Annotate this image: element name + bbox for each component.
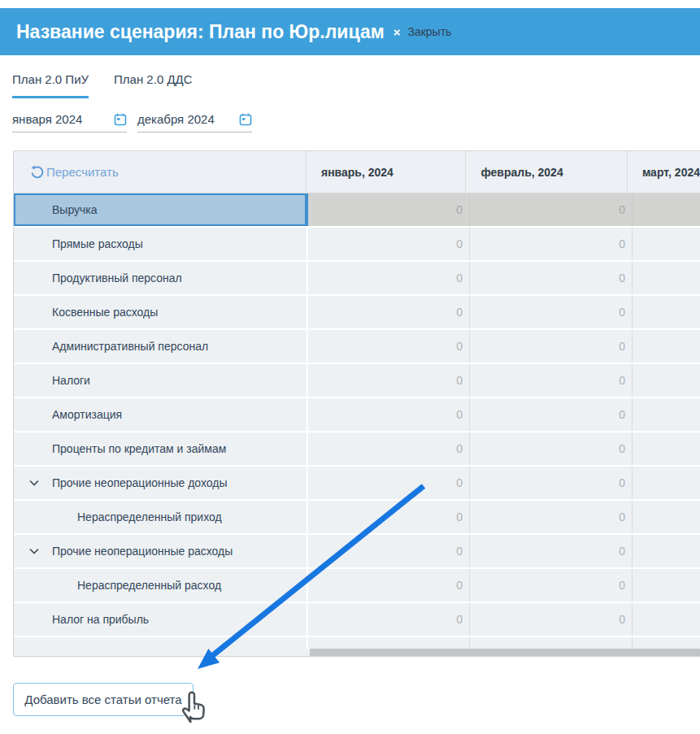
cell-value[interactable]: 0 bbox=[308, 535, 470, 567]
table-row[interactable]: Налог на прибыль 0 0 bbox=[14, 603, 700, 637]
cell-value[interactable]: 0 bbox=[470, 569, 633, 602]
cell-value[interactable] bbox=[633, 193, 700, 226]
row-label[interactable]: Прочие неоперационные доходы bbox=[14, 467, 308, 499]
close-button[interactable]: Закрыть bbox=[407, 25, 451, 38]
cell-value[interactable]: 0 bbox=[308, 364, 470, 397]
cell-value[interactable] bbox=[633, 262, 700, 294]
cell-value[interactable]: 0 bbox=[308, 330, 470, 363]
cell-value[interactable]: 0 bbox=[308, 193, 470, 226]
cell-value[interactable]: 0 bbox=[470, 398, 633, 431]
cell-value[interactable] bbox=[633, 432, 700, 465]
table-row[interactable]: Прочие неоперационные доходы 0 0 bbox=[14, 467, 700, 501]
calendar-icon[interactable] bbox=[114, 113, 127, 126]
horizontal-scrollbar bbox=[14, 649, 700, 656]
scenario-header: Название сценария: План по Юр.лицам × За… bbox=[0, 8, 700, 55]
report-tabs: План 2.0 ПиУ План 2.0 ДДС bbox=[12, 72, 193, 98]
calendar-icon[interactable] bbox=[239, 113, 252, 126]
table-row[interactable]: Налоги 0 0 bbox=[14, 364, 700, 398]
cell-value[interactable]: 0 bbox=[470, 535, 633, 567]
cell-value[interactable]: 0 bbox=[308, 296, 470, 328]
row-label[interactable]: Прочие неоперационные расходы bbox=[14, 535, 308, 567]
table-row[interactable]: Прочие неоперационные расходы 0 0 bbox=[14, 535, 700, 569]
table-row[interactable]: Продуктивный персонал 0 0 bbox=[14, 262, 700, 296]
tab-plan-piu[interactable]: План 2.0 ПиУ bbox=[12, 72, 89, 98]
date-range: января 2024 декабря 2024 bbox=[12, 112, 252, 132]
cell-value[interactable]: 0 bbox=[470, 364, 633, 397]
row-label[interactable]: Проценты по кредитам и займам bbox=[14, 432, 308, 465]
start-date-field[interactable]: января 2024 bbox=[12, 112, 127, 132]
chevron-down-icon[interactable] bbox=[29, 480, 39, 486]
cell-value[interactable]: 0 bbox=[470, 296, 633, 328]
cell-value[interactable]: 0 bbox=[308, 569, 470, 602]
cell-value[interactable]: 0 bbox=[308, 398, 470, 431]
table-row[interactable]: Амортизация 0 0 bbox=[14, 398, 700, 432]
table-row[interactable]: Нераспределенный расход 0 0 bbox=[14, 569, 700, 603]
row-label[interactable]: Амортизация bbox=[14, 398, 308, 431]
table-row[interactable]: Нераспределенный приход 0 0 bbox=[14, 501, 700, 535]
add-all-items-button[interactable]: Добавить все статьи отчета bbox=[13, 683, 193, 716]
row-label[interactable]: Налог на прибыль bbox=[14, 603, 308, 636]
table-row[interactable]: Косвенные расходы 0 0 bbox=[14, 296, 700, 330]
close-icon[interactable]: × bbox=[393, 25, 401, 39]
scrollbar-gutter bbox=[14, 649, 310, 656]
scrollbar-thumb[interactable] bbox=[310, 649, 700, 656]
cell-value[interactable] bbox=[633, 501, 700, 533]
end-date-field[interactable]: декабря 2024 bbox=[137, 112, 252, 132]
cell-value[interactable]: 0 bbox=[470, 193, 633, 226]
tab-plan-dds[interactable]: План 2.0 ДДС bbox=[114, 72, 193, 98]
recalc-header-cell: Пересчитать bbox=[14, 151, 306, 193]
report-table: Пересчитать январь, 2024 февраль, 2024 м… bbox=[13, 150, 700, 657]
recalculate-button[interactable]: Пересчитать bbox=[30, 165, 119, 180]
cell-value[interactable]: 0 bbox=[470, 467, 633, 499]
cell-value[interactable] bbox=[633, 228, 700, 260]
row-label[interactable]: Косвенные расходы bbox=[14, 296, 308, 328]
row-label[interactable]: Нераспределенный расход bbox=[14, 569, 308, 602]
cell-value[interactable] bbox=[633, 398, 700, 431]
table-row[interactable]: Прямые расходы 0 0 bbox=[14, 228, 700, 262]
row-label[interactable]: Прямые расходы bbox=[14, 228, 308, 260]
cell-value[interactable] bbox=[633, 364, 700, 397]
cell-value[interactable]: 0 bbox=[470, 262, 633, 294]
undo-refresh-icon bbox=[30, 165, 45, 180]
table-row[interactable]: Проценты по кредитам и займам 0 0 bbox=[14, 432, 700, 467]
page-title: Название сценария: План по Юр.лицам bbox=[16, 21, 385, 43]
row-label-text: Прочие неоперационные доходы bbox=[52, 476, 228, 489]
cell-value[interactable] bbox=[633, 569, 700, 602]
row-label[interactable]: Административный персонал bbox=[14, 330, 308, 363]
table-header-row: Пересчитать январь, 2024 февраль, 2024 м… bbox=[14, 151, 700, 193]
cell-value[interactable]: 0 bbox=[470, 330, 633, 363]
column-header: январь, 2024 bbox=[306, 151, 466, 193]
column-header: февраль, 2024 bbox=[465, 151, 626, 193]
row-label[interactable]: Налоги bbox=[14, 364, 308, 397]
cell-value[interactable] bbox=[633, 467, 700, 499]
column-header: март, 2024 bbox=[627, 151, 700, 193]
row-label[interactable]: Выручка bbox=[14, 193, 308, 226]
start-date-value: января 2024 bbox=[12, 112, 82, 126]
cell-value[interactable]: 0 bbox=[308, 432, 470, 465]
table-row[interactable]: Административный персонал 0 0 bbox=[14, 330, 700, 364]
cell-value[interactable] bbox=[633, 535, 700, 567]
table-row-partial bbox=[14, 637, 700, 649]
cell-value[interactable]: 0 bbox=[470, 228, 633, 260]
row-label-text: Прочие неоперационные расходы bbox=[52, 545, 233, 558]
cell-value[interactable]: 0 bbox=[308, 603, 470, 636]
cell-value[interactable]: 0 bbox=[308, 262, 470, 294]
cell-value[interactable] bbox=[633, 296, 700, 328]
chevron-down-icon[interactable] bbox=[29, 548, 39, 554]
row-label[interactable]: Нераспределенный приход bbox=[14, 501, 308, 533]
end-date-value: декабря 2024 bbox=[137, 112, 215, 126]
cell-value[interactable] bbox=[633, 603, 700, 636]
cell-value[interactable]: 0 bbox=[470, 432, 633, 465]
row-label[interactable]: Продуктивный персонал bbox=[14, 262, 308, 294]
cell-value[interactable]: 0 bbox=[308, 501, 470, 533]
cell-value[interactable]: 0 bbox=[308, 467, 470, 499]
table-row[interactable]: Выручка 0 0 bbox=[14, 193, 700, 228]
cell-value[interactable] bbox=[633, 330, 700, 363]
recalculate-label: Пересчитать bbox=[46, 165, 119, 179]
cell-value[interactable]: 0 bbox=[470, 501, 633, 533]
cell-value[interactable]: 0 bbox=[470, 603, 633, 636]
cell-value[interactable]: 0 bbox=[308, 228, 470, 260]
